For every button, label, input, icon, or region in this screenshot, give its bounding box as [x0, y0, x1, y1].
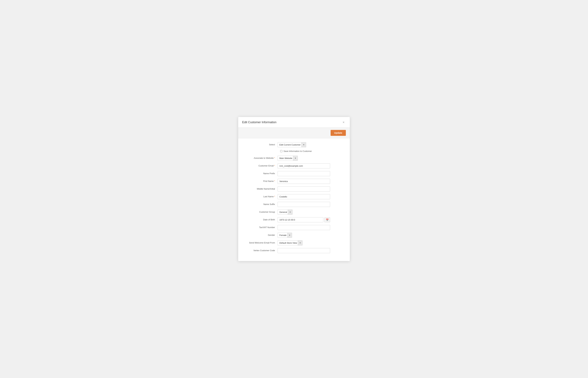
associate-row: Associate to Website* Main Website ▼ — [245, 156, 343, 161]
close-button[interactable]: × — [341, 120, 346, 124]
modal-header: Edit Customer Information × — [238, 117, 350, 128]
email-input[interactable] — [278, 163, 330, 168]
modal: Edit Customer Information × Update Selec… — [238, 117, 350, 261]
dob-row: Date of Birth 📅 — [245, 217, 343, 222]
dob-label: Date of Birth — [245, 218, 278, 221]
tax-vat-row: Tax/VAT Number — [245, 225, 343, 230]
name-prefix-input[interactable] — [278, 171, 330, 176]
vertex-code-input[interactable] — [278, 248, 330, 253]
name-prefix-label: Name Prefix — [245, 172, 278, 175]
associate-dropdown[interactable]: Main Website — [278, 156, 298, 161]
tax-vat-control — [278, 225, 330, 230]
calendar-button[interactable]: 📅 — [324, 217, 330, 222]
dob-input[interactable] — [278, 217, 323, 222]
middle-name-control — [278, 187, 330, 191]
first-name-input[interactable] — [278, 179, 330, 184]
save-info-label[interactable]: Save Information to Customer — [284, 150, 312, 152]
name-prefix-control — [278, 171, 330, 176]
select-wrapper[interactable]: Edit Current Customer ▼ — [278, 142, 306, 147]
gender-wrapper[interactable]: Female Male ▼ — [278, 233, 292, 238]
customer-group-control: General ▼ — [278, 210, 330, 215]
select-label: Select — [245, 143, 278, 146]
select-control: Edit Current Customer ▼ — [278, 142, 330, 147]
last-name-required: * — [274, 195, 275, 198]
name-suffix-input[interactable] — [278, 202, 330, 207]
modal-body: Select Edit Current Customer ▼ Save Info… — [238, 138, 350, 261]
gender-label: Gender — [245, 234, 278, 237]
tax-vat-input[interactable] — [278, 225, 330, 230]
customer-group-wrapper[interactable]: General ▼ — [278, 210, 292, 215]
vertex-code-control — [278, 248, 330, 253]
customer-group-label: Customer Group — [245, 211, 278, 214]
vertex-code-label: Vertex Customer Code — [245, 249, 278, 252]
email-control — [278, 163, 330, 168]
customer-group-row: Customer Group General ▼ — [245, 210, 343, 215]
associate-required: * — [274, 157, 275, 159]
welcome-email-wrapper[interactable]: Default Store View ▼ — [278, 240, 302, 245]
gender-dropdown[interactable]: Female Male — [278, 233, 292, 238]
email-required: * — [274, 164, 275, 167]
save-checkbox-row: Save Information to Customer — [245, 150, 343, 152]
last-name-label: Last Name* — [245, 195, 278, 198]
select-row: Select Edit Current Customer ▼ — [245, 142, 343, 147]
associate-wrapper[interactable]: Main Website ▼ — [278, 156, 298, 161]
middle-name-input[interactable] — [278, 187, 330, 191]
update-button[interactable]: Update — [330, 130, 346, 136]
gender-row: Gender Female Male ▼ — [245, 233, 343, 238]
gender-control: Female Male ▼ — [278, 233, 330, 238]
first-name-required: * — [274, 180, 275, 182]
name-suffix-label: Name Suffix — [245, 203, 278, 206]
first-name-label: First Name* — [245, 180, 278, 183]
modal-title: Edit Customer Information — [242, 121, 276, 124]
last-name-control — [278, 194, 330, 199]
last-name-row: Last Name* — [245, 194, 343, 199]
middle-name-label: Middle Name/Initial — [245, 188, 278, 190]
tax-vat-label: Tax/VAT Number — [245, 226, 278, 229]
modal-toolbar: Update — [238, 128, 350, 138]
customer-group-dropdown[interactable]: General — [278, 210, 292, 215]
vertex-code-row: Vertex Customer Code — [245, 248, 343, 253]
welcome-email-control: Default Store View ▼ — [278, 240, 330, 245]
save-info-checkbox[interactable] — [280, 150, 282, 152]
first-name-row: First Name* — [245, 179, 343, 184]
name-prefix-row: Name Prefix — [245, 171, 343, 176]
first-name-control — [278, 179, 330, 184]
backdrop: Edit Customer Information × Update Selec… — [0, 0, 588, 378]
dob-control: 📅 — [278, 217, 330, 222]
associate-control: Main Website ▼ — [278, 156, 330, 161]
welcome-email-row: Send Welcome Email From Default Store Vi… — [245, 240, 343, 245]
welcome-email-dropdown[interactable]: Default Store View — [278, 241, 302, 245]
email-label: Customer Email* — [245, 164, 278, 167]
email-row: Customer Email* — [245, 163, 343, 168]
associate-label: Associate to Website* — [245, 157, 278, 160]
last-name-input[interactable] — [278, 194, 330, 199]
middle-name-row: Middle Name/Initial — [245, 187, 343, 191]
name-suffix-control — [278, 202, 330, 207]
name-suffix-row: Name Suffix — [245, 202, 343, 207]
welcome-email-label: Send Welcome Email From — [245, 241, 278, 244]
select-dropdown[interactable]: Edit Current Customer — [278, 142, 306, 147]
dob-wrapper: 📅 — [278, 217, 330, 222]
